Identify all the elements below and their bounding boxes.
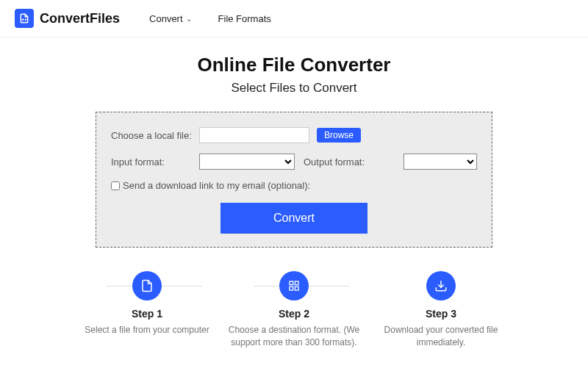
- chevron-down-icon: ⌄: [186, 15, 192, 23]
- nav-convert[interactable]: Convert ⌄: [149, 13, 192, 24]
- output-format-select[interactable]: [404, 154, 477, 170]
- email-checkbox[interactable]: [111, 181, 120, 190]
- grid-icon: [279, 271, 309, 300]
- step-3-title: Step 3: [375, 308, 507, 320]
- email-checkbox-label: Send a download link to my email (option…: [123, 180, 310, 191]
- convert-button[interactable]: Convert: [220, 203, 368, 234]
- nav-formats-label: File Formats: [218, 13, 271, 24]
- brand-name: ConvertFiles: [40, 11, 120, 26]
- nav-links: Convert ⌄ File Formats: [149, 13, 271, 24]
- navbar: ConvertFiles Convert ⌄ File Formats: [0, 0, 588, 37]
- main-content: Online File Converter Select Files to Co…: [0, 37, 588, 349]
- step-1: Step 1 Select a file from your computer: [81, 271, 213, 349]
- step-3: Step 3 Download your converted file imme…: [375, 271, 507, 349]
- browse-button[interactable]: Browse: [317, 128, 361, 143]
- step-1-desc: Select a file from your computer: [81, 324, 213, 336]
- step-2-title: Step 2: [228, 308, 360, 320]
- page-subtitle: Select Files to Convert: [0, 81, 588, 96]
- nav-convert-label: Convert: [149, 13, 183, 24]
- input-format-label: Input format:: [111, 156, 192, 168]
- svg-rect-0: [290, 281, 293, 285]
- steps-section: Step 1 Select a file from your computer …: [0, 271, 588, 349]
- logo-icon: [15, 9, 34, 28]
- download-icon: [426, 271, 456, 300]
- step-3-desc: Download your converted file immediately…: [375, 324, 507, 349]
- email-row: Send a download link to my email (option…: [111, 180, 477, 191]
- output-format-label: Output format:: [304, 156, 384, 168]
- brand-logo[interactable]: ConvertFiles: [15, 9, 120, 28]
- svg-rect-2: [290, 287, 293, 290]
- svg-rect-1: [295, 281, 298, 285]
- svg-rect-3: [295, 287, 298, 290]
- file-input[interactable]: [199, 127, 309, 143]
- file-row: Choose a local file: Browse: [111, 127, 477, 143]
- step-2: Step 2 Choose a destination format. (We …: [228, 271, 360, 349]
- step-1-title: Step 1: [81, 308, 213, 320]
- converter-form: Choose a local file: Browse Input format…: [96, 112, 492, 248]
- nav-file-formats[interactable]: File Formats: [218, 13, 271, 24]
- format-row: Input format: Output format:: [111, 154, 477, 170]
- step-2-desc: Choose a destination format. (We support…: [228, 324, 360, 349]
- file-icon: [132, 271, 162, 300]
- page-title: Online File Converter: [0, 54, 588, 76]
- choose-file-label: Choose a local file:: [111, 130, 192, 141]
- input-format-select[interactable]: [199, 154, 295, 170]
